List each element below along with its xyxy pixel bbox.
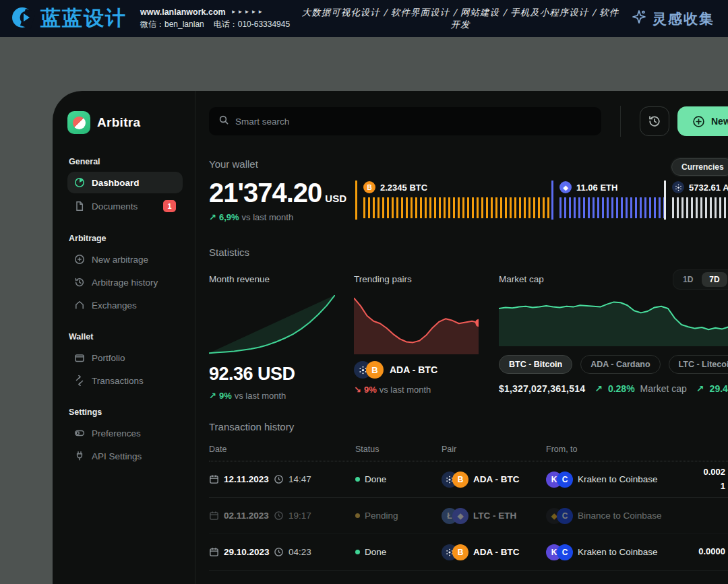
sidebar-section-wallet: Wallet bbox=[69, 332, 183, 342]
month-revenue-label: Month revenue bbox=[209, 274, 335, 284]
site-contact: www.lanlanwork.com ►►►►► 微信：ben_lanlan 电… bbox=[140, 7, 290, 30]
table-row[interactable]: 12.11.2023 14:47 Done B bbox=[209, 461, 728, 498]
sidebar-item-label: Arbitrage history bbox=[92, 278, 158, 288]
transaction-history-section: Transaction history Date Status Pair Fro… bbox=[209, 421, 728, 571]
arbitra-logo-icon bbox=[67, 111, 90, 134]
pill-ltc-litecoin[interactable]: LTC - Litecoin bbox=[669, 355, 728, 374]
search-input[interactable] bbox=[235, 117, 592, 127]
delta-up-arrow-icon: ↗ bbox=[209, 212, 216, 222]
sidebar-item-portfolio[interactable]: Portfolio bbox=[67, 347, 183, 368]
trending-delta: 9% bbox=[364, 385, 377, 395]
wallet-currency: USD bbox=[325, 193, 346, 204]
tx-from-to: K C Kraken to Coinbase bbox=[546, 544, 678, 560]
bank-icon bbox=[74, 300, 85, 311]
plus-circle-icon bbox=[692, 115, 705, 128]
search-bar[interactable] bbox=[209, 107, 601, 135]
ada-ticks bbox=[672, 197, 728, 218]
holding-ada[interactable]: 5732.61 ADA bbox=[664, 181, 728, 220]
cap-delta: 0.28% bbox=[608, 383, 635, 394]
col-date: Date bbox=[209, 445, 355, 454]
tx-pair: B ADA - BTC bbox=[442, 472, 546, 488]
screen: 蓝蓝设计 www.lanlanwork.com ►►►►► 微信：ben_lan… bbox=[0, 0, 728, 584]
site-wechat: 微信：ben_lanlan bbox=[140, 19, 204, 30]
eth-icon: ◆ bbox=[452, 508, 468, 524]
history-icon bbox=[648, 115, 661, 128]
search-icon bbox=[218, 115, 229, 128]
month-revenue-delta-suffix: vs last month bbox=[235, 391, 286, 401]
site-logo-icon bbox=[9, 5, 35, 33]
trending-delta-suffix: vs last month bbox=[380, 385, 431, 395]
tx-time: 14:47 bbox=[274, 474, 355, 484]
eth-ticks bbox=[559, 197, 664, 218]
history-button[interactable] bbox=[640, 106, 669, 136]
main-content: New arbitrage Your wallet Currencies Exc… bbox=[195, 91, 728, 584]
ada-btc-pair-icons: B bbox=[442, 472, 468, 488]
table-row[interactable]: 02.11.2023 19:17 Pending Ł ◆ bbox=[209, 498, 728, 534]
url-arrows-icon: ►►►►► bbox=[231, 9, 265, 15]
trending-pairs-card: Trending pairs B ADA - BTC bbox=[354, 274, 479, 401]
sidebar-item-documents[interactable]: Documents 1 bbox=[67, 195, 183, 218]
clock-icon bbox=[274, 547, 284, 557]
wallet-icon bbox=[74, 352, 85, 363]
sidebar-item-new-arbitrage[interactable]: New arbitrage bbox=[67, 249, 183, 270]
holding-eth[interactable]: ◆ 11.06 ETH bbox=[551, 181, 664, 220]
status-done-dot bbox=[355, 477, 360, 482]
month-revenue-delta: 9% bbox=[219, 391, 232, 401]
range-7d[interactable]: 7D bbox=[702, 272, 727, 287]
trending-pairs-label: Trending pairs bbox=[354, 274, 479, 284]
wallet-delta-suffix: vs last month bbox=[242, 212, 294, 222]
sidebar-item-arbitrage-history[interactable]: Arbitrage history bbox=[67, 271, 183, 293]
tx-time: 19:17 bbox=[274, 511, 355, 521]
ada-icon bbox=[672, 181, 684, 193]
document-icon bbox=[74, 201, 85, 212]
delta-up-arrow-icon: ↗ bbox=[595, 383, 603, 394]
market-cap-chart bbox=[499, 292, 728, 346]
dashboard-card: Arbitra General Dashboard Documents bbox=[53, 91, 728, 584]
delta-up-arrow-icon: ↗ bbox=[696, 383, 704, 394]
cap-value: $1,327,027,361,514 bbox=[499, 383, 585, 394]
sidebar-item-preferences[interactable]: Preferences bbox=[67, 422, 183, 444]
sidebar-item-transactions[interactable]: Transactions bbox=[67, 370, 183, 391]
pill-ada-cardano[interactable]: ADA - Cardano bbox=[580, 355, 660, 374]
tx-from-to: ◆ C Binance to Coinbase bbox=[546, 508, 678, 524]
pill-btc-bitcoin[interactable]: BTC - Bitcoin bbox=[499, 355, 572, 374]
toggle-icon bbox=[74, 428, 85, 439]
sidebar-item-dashboard[interactable]: Dashboard bbox=[67, 172, 183, 193]
collect-button[interactable]: 灵感收集 bbox=[631, 9, 719, 28]
calendar-icon bbox=[209, 511, 219, 521]
site-services: 大数据可视化设计 / 软件界面设计 / 网站建设 / 手机及小程序设计 / 软件… bbox=[299, 7, 621, 31]
holding-btc[interactable]: B 2.2345 BTC bbox=[355, 181, 551, 220]
ltc-eth-pair-icons: Ł ◆ bbox=[442, 508, 468, 524]
history-icon bbox=[74, 277, 85, 288]
sidebar-item-label: Documents bbox=[92, 201, 138, 212]
wallet-title: Your wallet bbox=[209, 158, 728, 170]
ada-symbol: ADA bbox=[723, 183, 728, 193]
tx-date: 12.11.2023 bbox=[209, 474, 274, 484]
sidebar-item-api-settings[interactable]: API Settings bbox=[67, 445, 183, 467]
volume-delta: 29.40% bbox=[710, 383, 728, 394]
trending-pair-name: ADA - BTC bbox=[390, 364, 437, 375]
month-revenue-chart bbox=[209, 295, 335, 354]
sidebar-item-exchanges[interactable]: Exchanges bbox=[67, 294, 183, 316]
site-logo[interactable]: 蓝蓝设计 bbox=[9, 5, 127, 33]
site-url[interactable]: www.lanlanwork.com bbox=[140, 7, 226, 17]
sparkle-icon bbox=[631, 9, 647, 28]
app-logo[interactable]: Arbitra bbox=[67, 111, 183, 134]
range-1d[interactable]: 1D bbox=[675, 272, 700, 287]
new-arbitrage-button[interactable]: New arbitrage bbox=[677, 106, 728, 136]
sidebar-item-label: Exchanges bbox=[92, 300, 137, 311]
sidebar: Arbitra General Dashboard Documents bbox=[53, 91, 195, 584]
eth-symbol: ETH bbox=[600, 183, 617, 193]
transactions-header: Date Status Pair From, to bbox=[209, 445, 728, 461]
range-selector: 1D 7D 1M bbox=[673, 269, 728, 290]
app-name: Arbitra bbox=[97, 115, 140, 130]
btc-ticks bbox=[363, 197, 551, 218]
toggle-currencies[interactable]: Currencies bbox=[671, 158, 728, 176]
btc-symbol: BTC bbox=[409, 183, 427, 193]
sidebar-section-arbitrage: Arbitrage bbox=[69, 234, 183, 243]
ada-amount: 5732.61 bbox=[689, 183, 721, 193]
table-row[interactable]: 29.10.2023 04:23 Done B bbox=[209, 534, 728, 571]
market-cap-pairs: BTC - Bitcoin ADA - Cardano LTC - Liteco… bbox=[499, 355, 728, 374]
ada-btc-pair-icons: B bbox=[354, 361, 384, 379]
wallet-view-toggle: Currencies Exchanges bbox=[670, 157, 728, 177]
